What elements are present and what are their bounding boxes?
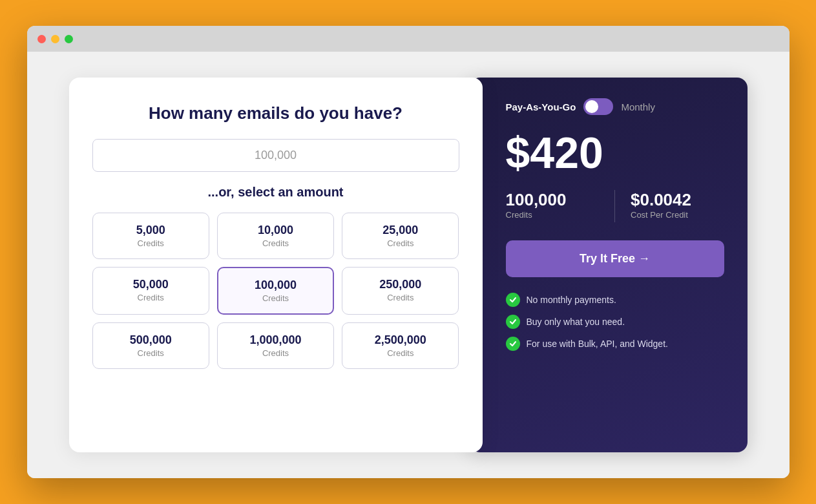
credit-label: Credits: [101, 293, 201, 302]
credit-option-10000[interactable]: 10,000 Credits: [217, 213, 334, 259]
check-icon-2: [506, 315, 520, 329]
stat-divider: [614, 190, 615, 222]
question-title: How many emails do you have?: [92, 103, 459, 123]
credit-label: Credits: [225, 348, 326, 358]
maximize-button[interactable]: [65, 35, 73, 43]
credit-option-250000[interactable]: 250,000 Credits: [342, 267, 459, 315]
cost-stat: $0.0042 Cost Per Credit: [631, 190, 724, 220]
price-display: $420: [506, 131, 724, 174]
monthly-label: Monthly: [621, 101, 655, 112]
credit-amount: 250,000: [350, 278, 450, 291]
credit-label: Credits: [225, 238, 326, 248]
credit-label: Credits: [101, 238, 201, 248]
cost-stat-label: Cost Per Credit: [631, 210, 724, 220]
credits-stat-value: 100,000: [506, 190, 600, 210]
feature-list: No monthly payments. Buy only what you n…: [506, 293, 724, 351]
close-button[interactable]: [37, 35, 46, 43]
try-free-button[interactable]: Try It Free →: [506, 240, 724, 277]
credit-option-2500000[interactable]: 2,500,000 Credits: [342, 322, 459, 369]
credit-option-100000[interactable]: 100,000 Credits: [217, 267, 334, 315]
credit-amount: 50,000: [101, 278, 201, 291]
browser-content: How many emails do you have? ...or, sele…: [27, 52, 790, 478]
feature-item-3: For use with Bulk, API, and Widget.: [506, 337, 724, 351]
credit-label: Credits: [350, 238, 450, 248]
credit-label: Credits: [350, 293, 450, 302]
credit-label: Credits: [101, 348, 201, 358]
credits-stat: 100,000 Credits: [506, 190, 600, 220]
toggle-knob: [585, 100, 598, 113]
credit-amount: 5,000: [101, 224, 201, 237]
credits-grid: 5,000 Credits 10,000 Credits 25,000 Cred…: [92, 213, 459, 369]
browser-window: How many emails do you have? ...or, sele…: [27, 26, 790, 478]
billing-toggle: Pay-As-You-Go Monthly: [506, 98, 724, 115]
credit-amount: 25,000: [350, 224, 450, 237]
credit-option-1000000[interactable]: 1,000,000 Credits: [217, 322, 334, 369]
browser-titlebar: [27, 26, 790, 52]
credit-option-50000[interactable]: 50,000 Credits: [92, 267, 209, 315]
credit-label: Credits: [226, 293, 325, 303]
cost-stat-value: $0.0042: [631, 190, 724, 210]
feature-text-3: For use with Bulk, API, and Widget.: [527, 339, 668, 349]
credit-amount: 100,000: [226, 278, 325, 292]
feature-item-2: Buy only what you need.: [506, 315, 724, 329]
credit-amount: 2,500,000: [350, 333, 450, 347]
credit-option-5000[interactable]: 5,000 Credits: [92, 213, 209, 259]
credit-option-500000[interactable]: 500,000 Credits: [92, 322, 209, 369]
feature-text-1: No monthly payments.: [527, 295, 616, 305]
minimize-button[interactable]: [51, 35, 59, 43]
check-icon-1: [506, 293, 520, 307]
feature-item-1: No monthly payments.: [506, 293, 724, 307]
credit-amount: 500,000: [101, 333, 201, 347]
feature-text-2: Buy only what you need.: [527, 317, 625, 327]
credit-option-25000[interactable]: 25,000 Credits: [342, 213, 459, 259]
check-icon-3: [506, 337, 520, 351]
credit-amount: 1,000,000: [225, 333, 326, 347]
credit-amount: 10,000: [225, 224, 326, 237]
or-select-label: ...or, select an amount: [92, 185, 459, 200]
main-card: How many emails do you have? ...or, sele…: [69, 78, 748, 452]
credits-stat-label: Credits: [506, 210, 600, 220]
left-panel: How many emails do you have? ...or, sele…: [69, 78, 483, 452]
right-panel: Pay-As-You-Go Monthly $420 100,000 Credi…: [470, 78, 748, 452]
credits-info: 100,000 Credits $0.0042 Cost Per Credit: [506, 190, 724, 222]
email-count-input[interactable]: [92, 139, 459, 172]
payg-label: Pay-As-You-Go: [506, 101, 576, 112]
credit-label: Credits: [350, 348, 450, 358]
billing-toggle-switch[interactable]: [583, 98, 613, 115]
